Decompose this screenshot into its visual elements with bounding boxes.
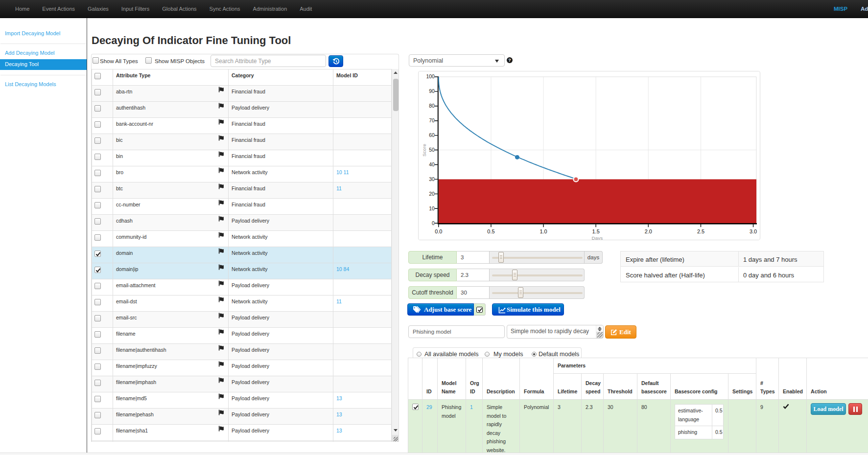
svg-text:20: 20 — [429, 191, 435, 197]
svg-text:100: 100 — [426, 74, 435, 79]
svg-text:50: 50 — [429, 147, 435, 153]
svg-text:10: 10 — [429, 206, 435, 211]
svg-text:0: 0 — [432, 221, 435, 226]
svg-text:2.0: 2.0 — [645, 228, 652, 234]
svg-text:60: 60 — [429, 133, 435, 138]
svg-text:80: 80 — [429, 103, 435, 109]
svg-text:90: 90 — [429, 89, 435, 94]
svg-text:0.5: 0.5 — [487, 228, 494, 234]
svg-text:Days: Days — [592, 235, 603, 240]
svg-text:70: 70 — [429, 118, 435, 123]
svg-text:2.5: 2.5 — [697, 228, 704, 234]
svg-text:Score: Score — [422, 144, 427, 157]
svg-text:3.0: 3.0 — [750, 228, 757, 234]
svg-text:30: 30 — [429, 177, 435, 182]
svg-text:0.0: 0.0 — [435, 228, 442, 234]
svg-text:1.0: 1.0 — [540, 228, 547, 234]
svg-text:40: 40 — [429, 162, 435, 167]
svg-text:1.5: 1.5 — [592, 228, 600, 234]
